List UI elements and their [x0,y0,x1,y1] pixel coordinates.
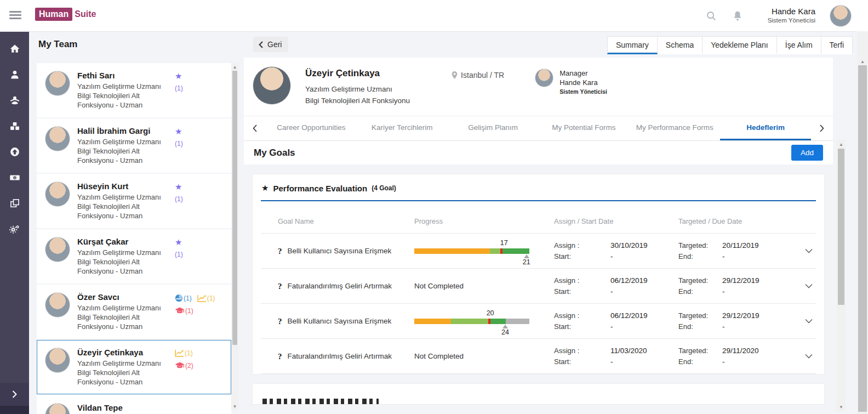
team-member-card[interactable]: Fethi SarıYazılım Geliştirme UzmanıBilgi… [37,63,231,117]
start-label: Start: [554,251,610,262]
toolbar-tab-terfi[interactable]: Terfi [821,36,853,54]
targeted-date: 29/12/2019 [722,275,760,286]
profile-tab-hedeflerim[interactable]: Hedeflerim [720,116,811,140]
profile-tab-my-potential-forms[interactable]: My Potential Forms [538,116,629,140]
goal-progress-cell: 1721 [414,248,554,254]
start-label: Start: [554,321,610,332]
back-button-label: Geri [267,40,282,49]
member-name: Kürşat Çakar [77,237,175,246]
targeted-label: Targeted: [678,240,722,251]
scroll-down-icon[interactable]: ▼ [231,404,238,409]
goal-name-cell: ?Belli Kullanıcı Sayısına Erişmek [261,316,414,327]
assign-label: Assign : [554,240,610,251]
team-member-card[interactable]: Hüseyin KurtYazılım Geliştirme UzmanıBil… [37,174,231,228]
targeted-label: Targeted: [678,275,722,286]
member-avatar [45,292,70,317]
current-user[interactable]: Hande Kara Sistem Yöneticisi [768,7,815,25]
targeted-date: 20/11/2019 [722,240,759,251]
content-scrollbar[interactable]: ▲ ▼ [837,140,846,412]
member-name: Hüseyin Kurt [77,182,175,191]
toolbar-tab-summary[interactable]: Summary [607,36,658,54]
profile-tab-gelişim-planım[interactable]: Gelişim Planım [448,116,539,140]
end-label: End: [678,286,722,297]
profile-tab-strip: Career OpportunitiesKariyer TercihlerimG… [244,116,833,141]
member-org: Bilgi Teknolojileri Alt Fonksiyonu - Uzm… [77,202,175,220]
expand-goal-button[interactable] [801,319,817,324]
scroll-up-icon[interactable]: ▲ [231,65,238,70]
profile-tab-career-opportunities[interactable]: Career Opportunities [266,116,357,140]
start-label: Start: [554,286,610,297]
documents-icon[interactable] [9,198,20,209]
scroll-up-icon[interactable]: ▲ [857,59,868,64]
member-name: Üzeyir Çetinkaya [77,348,175,357]
expand-goal-button[interactable] [801,248,817,253]
scroll-up-icon[interactable]: ▲ [837,142,846,147]
content-scrollbar-thumb[interactable] [838,149,844,305]
tabs-scroll-right-button[interactable] [811,116,833,140]
member-org: Bilgi Teknolojileri Alt Fonksiyonu - Uzm… [77,257,175,276]
tabs-scroll-left-button[interactable] [244,116,266,140]
chevron-down-icon [805,354,813,359]
goal-targeted-cell: Targeted:29/11/2020End:- [678,345,801,367]
hamburger-menu-icon[interactable] [9,11,21,21]
expand-goal-button[interactable] [801,354,817,359]
member-avatar [45,348,70,373]
assign-date: 11/03/2020 [610,345,647,356]
team-member-card[interactable]: Vildan TepeYazılım Geliştirme Uzmanı [37,395,231,414]
sidebar-expand-button[interactable] [0,383,29,406]
goal-name-cell: ?Faturalandırılmış Geliri Artırmak [261,351,414,362]
goal-progress-cell: 2024 [414,319,554,324]
next-section-card-clipped [252,383,825,405]
page-scrollbar[interactable]: ▲ [857,31,868,414]
team-list-scrollbar[interactable]: ▲ ▼ [231,63,238,411]
goal-row: ?Belli Kullanıcı Sayısına Erişmek1721Ass… [261,233,816,268]
goal-progress-cell: Not Completed [414,282,554,290]
assign-date: 30/10/2019 [610,240,648,251]
goals-header-bar: My Goals Add [244,141,833,165]
team-icon[interactable] [9,95,20,106]
star-badge-icon: ★ [175,72,182,80]
team-member-card[interactable]: Üzeyir ÇetinkayaYazılım Geliştirme Uzman… [37,340,231,394]
modules-icon[interactable] [9,121,20,132]
back-button[interactable]: Geri [253,37,288,52]
current-user-name: Hande Kara [768,7,815,16]
page-scrollbar-thumb[interactable] [858,65,867,412]
graduation-cap-badge-icon [175,362,185,370]
current-user-avatar[interactable] [830,5,852,27]
start-label: Start: [554,356,610,367]
col-goal-name: Goal Name [261,217,414,225]
team-member-card[interactable]: Halil İbrahim GargiYazılım Geliştirme Uz… [37,118,231,173]
employee-name: Üzeyir Çetinkaya [305,68,410,79]
employee-location: Istanbul / TR [451,71,504,80]
progress-current-value: 17 [500,239,508,247]
settings-icon[interactable] [9,224,20,235]
goal-name-cell: ?Belli Kullanıcı Sayısına Erişmek [261,246,414,257]
toolbar-tab-i̇şe-alım[interactable]: İşe Alım [777,36,821,54]
manager-avatar [535,69,553,87]
employee-title: Yazılım Geliştirme Uzmanı [305,83,410,95]
manager-block[interactable]: Manager Hande Kara Sistem Yöneticisi [535,69,607,97]
goal-type-icon: ? [278,351,282,362]
clipped-section-title [262,399,379,404]
expand-goal-button[interactable] [801,283,817,288]
profile-tab-my-performance-forms[interactable]: My Performance Forms [629,116,720,140]
toolbar-tab-schema[interactable]: Schema [658,36,703,54]
assign-date: 06/12/2019 [610,310,648,321]
icon-sidebar: 0 [0,31,29,414]
member-avatar [45,237,70,262]
add-goal-button[interactable]: Add [791,145,823,161]
upload-icon[interactable] [9,146,20,157]
team-member-card[interactable]: Özer SavcıYazılım Geliştirme UzmanıBilgi… [37,285,231,339]
scroll-down-icon[interactable]: ▼ [837,405,846,410]
team-scrollbar-thumb[interactable] [232,71,237,345]
team-member-card[interactable]: Kürşat ÇakarYazılım Geliştirme UzmanıBil… [37,229,231,283]
notifications-bell-icon[interactable] [732,10,744,22]
goal-row: ?Belli Kullanıcı Sayısına Erişmek2024Ass… [261,303,816,338]
person-icon[interactable] [9,69,20,80]
payroll-icon[interactable]: 0 [9,172,20,183]
search-icon[interactable] [705,10,717,22]
profile-tab-kariyer-tercihlerim[interactable]: Kariyer Tercihlerim [357,116,448,140]
home-icon[interactable] [9,43,20,54]
toolbar-tab-yedekleme-planı[interactable]: Yedekleme Planı [703,36,777,54]
chevron-right-icon [12,390,17,398]
